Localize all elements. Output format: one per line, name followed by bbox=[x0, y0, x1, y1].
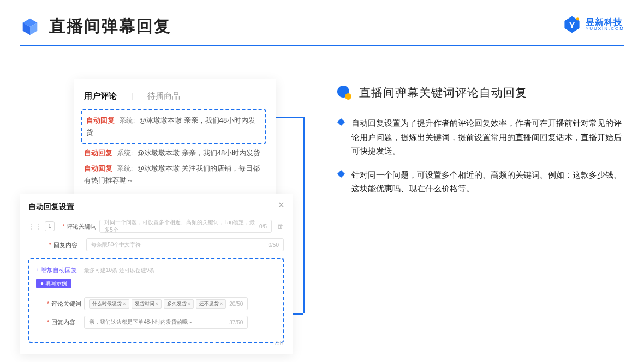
keyword-count: 0/5 bbox=[259, 224, 267, 230]
rule-index: 1 bbox=[45, 221, 55, 231]
brand-icon: Y bbox=[563, 15, 581, 34]
example-content-field: 亲，我们这边都是下单48小时内发货的哦～ 37/50 bbox=[84, 316, 248, 329]
close-icon[interactable]: ✕ bbox=[278, 200, 285, 210]
bullet-text: 自动回复设置为了提升作者的评论回复效率，作者可在开播前针对常见的评论用户问题，提… bbox=[351, 116, 624, 158]
connector bbox=[303, 117, 305, 313]
keyword-label: 评论关键词 bbox=[67, 222, 99, 231]
required-mark: * bbox=[47, 300, 49, 307]
system-tag: 系统: bbox=[119, 116, 135, 124]
svg-point-3 bbox=[345, 93, 351, 100]
cube-icon bbox=[20, 16, 40, 37]
settings-card: 自动回复设置 ✕ ⋮⋮ 1 * 评论关键词 对同一个问题，可设置多个相近、高频的… bbox=[20, 194, 293, 354]
comment-row: 自动回复 系统: @冰墩墩本墩 关注我们的店铺，每日都有热门推荐呦～ bbox=[84, 162, 266, 186]
required-mark: * bbox=[47, 319, 49, 325]
svg-text:Y: Y bbox=[569, 20, 575, 29]
chip: 什么时候发货× bbox=[89, 299, 129, 309]
keyword-placeholder: 对同一个问题，可设置多个相近、高频的关键词，Tag确定，最多5个 bbox=[104, 219, 259, 234]
chip: 多久发货× bbox=[164, 299, 194, 309]
bullet-item: 自动回复设置为了提升作者的评论回复效率，作者可在开播前针对常见的评论用户问题，提… bbox=[336, 116, 624, 158]
tab-user-comments[interactable]: 用户评论 bbox=[84, 91, 117, 101]
example-keyword-field: 什么时候发货× 发货时间× 多久发货× 还不发货× 20/50 bbox=[84, 297, 248, 310]
diamond-icon bbox=[337, 118, 345, 126]
content-placeholder: 每条限50个中文字符 bbox=[91, 241, 141, 249]
chip: 还不发货× bbox=[196, 299, 226, 309]
comment-row: 自动回复 系统: @冰墩墩本墩 亲亲，我们48小时内发货 bbox=[84, 147, 266, 159]
connector bbox=[276, 117, 303, 118]
diamond-icon bbox=[337, 170, 345, 177]
example-content-count: 37/50 bbox=[229, 319, 243, 325]
bullet-text: 针对同一个问题，可设置多个相近的、高频的关键词。例如：这款多少钱、这块能优惠吗、… bbox=[351, 168, 624, 196]
svg-point-1 bbox=[576, 17, 579, 20]
autoreply-tag: 自动回复 bbox=[84, 164, 112, 172]
chip: 发货时间× bbox=[132, 299, 162, 309]
example-badge: ● 填写示例 bbox=[36, 279, 71, 288]
add-autoreply-link[interactable]: + 增加自动回复 bbox=[36, 267, 77, 273]
brand-logo: Y 昱新科技 YUUXIN.COM bbox=[563, 15, 624, 34]
tab-separator: | bbox=[131, 91, 133, 101]
comment-row-highlighted: 自动回复 系统: @冰墩墩本墩 亲亲，我们48小时内发货 bbox=[81, 109, 266, 144]
bubble-icon bbox=[336, 85, 353, 101]
faint-counter: /50 bbox=[275, 340, 283, 346]
page-title: 直播间弹幕回复 bbox=[49, 15, 171, 38]
bullet-item: 针对同一个问题，可设置多个相近的、高频的关键词。例如：这款多少钱、这块能优惠吗、… bbox=[336, 168, 624, 196]
content-label: 回复内容 bbox=[51, 318, 84, 327]
content-label: 回复内容 bbox=[53, 241, 86, 249]
required-mark: * bbox=[62, 223, 64, 230]
drag-handle-icon[interactable]: ⋮⋮ bbox=[28, 222, 41, 230]
system-tag: 系统: bbox=[117, 164, 133, 172]
required-mark: * bbox=[49, 242, 51, 248]
add-hint: 最多可建10条 还可以创建9条 bbox=[84, 267, 154, 273]
example-chip-count: 20/50 bbox=[229, 301, 243, 307]
autoreply-tag: 自动回复 bbox=[84, 149, 112, 157]
example-block: + 增加自动回复 最多可建10条 还可以创建9条 ● 填写示例 * 评论关键词 … bbox=[28, 258, 284, 343]
comment-text: @冰墩墩本墩 亲亲，我们48小时内发货 bbox=[137, 149, 260, 157]
tab-pending-goods[interactable]: 待播商品 bbox=[147, 91, 180, 101]
system-tag: 系统: bbox=[117, 149, 133, 157]
brand-sub: YUUXIN.COM bbox=[586, 27, 624, 32]
example-content-value: 亲，我们这边都是下单48小时内发货的哦～ bbox=[89, 318, 193, 326]
section-title: 直播间弹幕关键词评论自动回复 bbox=[359, 85, 527, 100]
keyword-label: 评论关键词 bbox=[51, 300, 84, 308]
example-chips: 什么时候发货× 发货时间× 多久发货× 还不发货× bbox=[89, 299, 226, 309]
settings-title: 自动回复设置 bbox=[28, 202, 284, 212]
brand-name: 昱新科技 bbox=[586, 17, 624, 27]
delete-icon[interactable]: 🗑 bbox=[277, 222, 284, 230]
content-count: 0/50 bbox=[269, 242, 279, 248]
content-input[interactable]: 每条限50个中文字符 0/50 bbox=[86, 238, 284, 251]
autoreply-tag: 自动回复 bbox=[86, 116, 115, 124]
keyword-input[interactable]: 对同一个问题，可设置多个相近、高频的关键词，Tag确定，最多5个 0/5 bbox=[99, 220, 272, 233]
